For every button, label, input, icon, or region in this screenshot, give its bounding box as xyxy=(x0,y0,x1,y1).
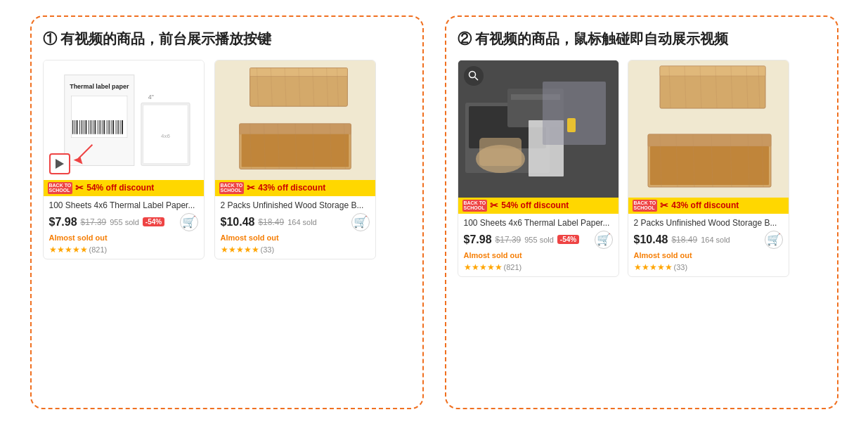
almost-sold-1: Almost sold out xyxy=(49,233,198,242)
product-title-3: 100 Sheets 4x6 Thermal Label Paper... xyxy=(464,218,613,228)
svg-rect-58 xyxy=(479,138,522,166)
svg-point-62 xyxy=(469,71,475,77)
product-title-1: 100 Sheets 4x6 Thermal Label Paper... xyxy=(49,200,198,210)
play-triangle-icon xyxy=(56,159,64,169)
review-count-2: (33) xyxy=(261,245,275,254)
svg-rect-60 xyxy=(543,82,606,145)
panel-2-products: BACK TO SCHOOL ✂ 54% off discount 100 Sh… xyxy=(458,60,826,277)
stars-row-2: ★★★★★ (33) xyxy=(221,245,370,255)
price-current-1: $7.98 xyxy=(49,216,77,229)
product-image-wood-2 xyxy=(628,60,789,198)
svg-text:4": 4" xyxy=(148,94,153,101)
product-title-4: 2 Packs Unfinished Wood Storage B... xyxy=(634,218,783,228)
almost-sold-3: Almost sold out xyxy=(464,251,613,259)
wood-image-svg-1 xyxy=(215,60,375,180)
product-card-thermal-2: BACK TO SCHOOL ✂ 54% off discount 100 Sh… xyxy=(458,60,619,277)
back-to-school-badge-4: BACK TO SCHOOL xyxy=(633,200,658,212)
wood-image-svg-2 xyxy=(628,60,789,198)
product-info-3: 100 Sheets 4x6 Thermal Label Paper... $7… xyxy=(458,214,618,276)
magnify-button-overlay[interactable] xyxy=(464,66,484,86)
star-rating-3: ★★★★★ xyxy=(464,262,503,272)
price-original-3: $17.39 xyxy=(495,235,522,245)
cart-button-1[interactable]: 🛒 xyxy=(180,213,198,231)
back-to-school-badge-1: BACK TO SCHOOL xyxy=(48,182,73,194)
discount-text-3: 54% off discount xyxy=(501,200,569,210)
back-to-school-badge-2: BACK TO SCHOOL xyxy=(219,182,245,194)
product-info-2: 2 Packs Unfinished Wood Storage B... $10… xyxy=(215,196,375,259)
svg-text:Thermal label paper: Thermal label paper xyxy=(70,83,129,90)
svg-line-63 xyxy=(474,77,478,80)
price-row-4: $10.48 $18.49 164 sold 🛒 xyxy=(634,231,783,249)
almost-sold-4: Almost sold out xyxy=(634,251,783,259)
cart-button-2[interactable]: 🛒 xyxy=(351,213,370,231)
price-current-2: $10.48 xyxy=(221,216,255,229)
panel-1: ① 有视频的商品，前台展示播放按键 Thermal label paper xyxy=(30,15,424,409)
review-count-4: (33) xyxy=(674,263,688,271)
discount-bar-1: BACK TO SCHOOL ✂ 54% off discount xyxy=(44,180,204,196)
star-rating-4: ★★★★★ xyxy=(634,262,673,272)
svg-text:4x6: 4x6 xyxy=(161,132,170,139)
scissors-icon-4: ✂ xyxy=(660,200,668,211)
product-image-thermal-1: Thermal label paper xyxy=(44,60,204,180)
play-button-overlay-1[interactable] xyxy=(49,153,70,174)
discount-text-1: 54% off discount xyxy=(86,183,154,193)
price-current-3: $7.98 xyxy=(464,233,492,246)
scissors-icon-2: ✂ xyxy=(247,182,255,193)
svg-rect-74 xyxy=(648,134,771,146)
panel-1-title: ① 有视频的商品，前台展示播放按键 xyxy=(43,30,411,49)
discount-pill-3: -54% xyxy=(557,235,579,244)
stars-row-1: ★★★★★ (821) xyxy=(49,245,198,255)
star-rating-1: ★★★★★ xyxy=(49,245,88,255)
sold-count-2: 164 sold xyxy=(287,218,317,226)
sold-count-4: 164 sold xyxy=(701,236,730,244)
product-image-thermal-2 xyxy=(458,60,618,198)
discount-bar-4: BACK TO SCHOOL ✂ 43% off discount xyxy=(628,198,789,214)
back-to-school-badge-3: BACK TO SCHOOL xyxy=(462,200,488,212)
discount-pill-1: -54% xyxy=(143,217,164,226)
magnify-icon xyxy=(468,70,479,82)
review-count-3: (821) xyxy=(504,263,522,271)
svg-rect-65 xyxy=(660,66,765,76)
price-row-3: $7.98 $17.39 955 sold -54% 🛒 xyxy=(464,231,613,249)
product-image-wood-1 xyxy=(215,60,375,180)
sold-count-1: 955 sold xyxy=(110,218,139,226)
star-rating-2: ★★★★★ xyxy=(221,245,259,255)
product-card-thermal-1: Thermal label paper xyxy=(43,60,205,259)
product-info-4: 2 Packs Unfinished Wood Storage B... $10… xyxy=(628,214,789,276)
stars-row-3: ★★★★★ (821) xyxy=(464,262,613,272)
almost-sold-2: Almost sold out xyxy=(221,233,370,242)
product-info-1: 100 Sheets 4x6 Thermal Label Paper... $7… xyxy=(44,196,204,259)
discount-bar-3: BACK TO SCHOOL ✂ 54% off discount xyxy=(458,198,618,214)
price-row-2: $10.48 $18.49 164 sold 🛒 xyxy=(221,213,370,231)
svg-rect-75 xyxy=(650,146,769,185)
price-row-1: $7.98 $17.39 955 sold -54% 🛒 xyxy=(49,213,198,231)
panel-2-title: ② 有视频的商品，鼠标触碰即自动展示视频 xyxy=(458,30,826,49)
discount-text-2: 43% off discount xyxy=(258,183,325,193)
sold-count-3: 955 sold xyxy=(524,236,554,244)
product-card-wood-1: BACK TO SCHOOL ✂ 43% off discount 2 Pack… xyxy=(214,60,376,259)
review-count-1: (821) xyxy=(89,245,108,254)
svg-rect-61 xyxy=(567,118,576,132)
svg-rect-44 xyxy=(241,134,349,167)
price-original-1: $17.39 xyxy=(81,217,107,227)
product-card-wood-2: BACK TO SCHOOL ✂ 43% off discount 2 Pack… xyxy=(628,60,789,277)
stars-row-4: ★★★★★ (33) xyxy=(634,262,783,272)
panel-1-products: Thermal label paper xyxy=(43,60,411,259)
price-original-2: $18.49 xyxy=(258,217,284,227)
price-current-4: $10.48 xyxy=(634,233,668,246)
cart-button-3[interactable]: 🛒 xyxy=(595,231,613,249)
discount-text-4: 43% off discount xyxy=(671,200,739,210)
discount-bar-2: BACK TO SCHOOL ✂ 43% off discount xyxy=(215,180,375,196)
scissors-icon-1: ✂ xyxy=(75,182,84,193)
scissors-icon-3: ✂ xyxy=(490,200,498,211)
product-title-2: 2 Packs Unfinished Wood Storage B... xyxy=(221,200,370,210)
panel-2: ② 有视频的商品，鼠标触碰即自动展示视频 xyxy=(445,15,838,409)
price-original-4: $18.49 xyxy=(671,235,697,245)
cart-button-4[interactable]: 🛒 xyxy=(765,231,783,249)
